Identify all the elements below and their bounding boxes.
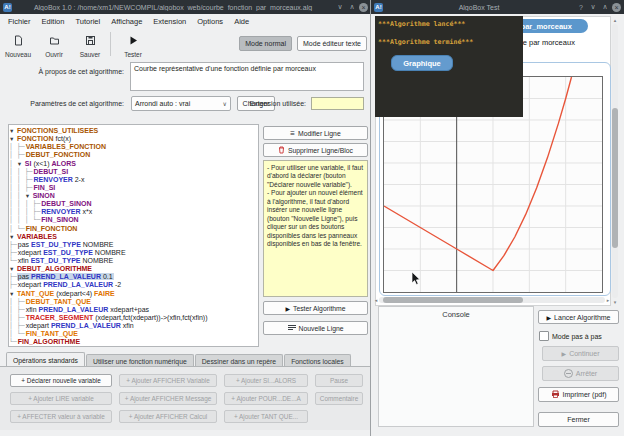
tree-row[interactable]: │ │ ├─FIN_SI — [9, 184, 258, 192]
step-mode-checkbox[interactable] — [539, 331, 549, 341]
scroll-down-icon[interactable]: ▾ — [611, 298, 619, 306]
menu-item-fichier[interactable]: Fichier — [8, 17, 31, 26]
tree-row[interactable]: │ ├─TRACER_SEGMENT (xdepart,fct(xdepart)… — [9, 314, 258, 322]
tree-row[interactable]: │ │ │ └─FIN_SINON — [9, 216, 258, 224]
algorithm-tree[interactable]: ▼ FONCTIONS_UTILISEES ▼ FONCTION fct(x) … — [8, 124, 259, 347]
tree-token: fct(x) — [54, 135, 72, 142]
action--affecter-valeur-variable[interactable]: + AFFECTER valeur à variable — [10, 410, 112, 423]
tree-token: PREND_LA_VALEUR — [31, 273, 101, 280]
imprimer-pdf-button[interactable]: Imprimer (pdf) — [538, 387, 619, 402]
tree-row[interactable]: │ ├─DEBUT_FONCTION — [9, 151, 258, 159]
action--d-clarer-nouvelle-variable[interactable]: + Déclarer nouvelle variable — [10, 374, 112, 387]
menu-item-extension[interactable]: Extension — [153, 17, 186, 26]
hscroll-thumb[interactable] — [383, 297, 523, 303]
main-titlebar[interactable]: A! AlgoBox 1.0 : /home/xm1/NEWCOMPIL/alg… — [0, 0, 371, 14]
tree-token: -2 — [113, 281, 121, 288]
close-icon[interactable]: × — [359, 3, 368, 12]
minimize-icon[interactable]: ∨ — [587, 3, 599, 11]
trash-icon — [278, 146, 285, 155]
action--ajouter-pour-de-a[interactable]: + Ajouter POUR...DE...A — [224, 392, 308, 405]
tree-expand-icon[interactable]: ▼ — [9, 234, 16, 240]
tree-token: PREND_LA_VALEUR — [39, 306, 109, 313]
tree-row-text: xfin EST_DU_TYPE NOMBRE — [17, 257, 114, 264]
tree-token: RENVOYER — [41, 208, 80, 215]
tree-row-text: VARIABLES_FONCTION — [25, 143, 107, 150]
tree-row[interactable]: │ │ ├─RENVOYER 2-x — [9, 176, 258, 184]
mode-normal-button[interactable]: Mode normal — [239, 36, 292, 51]
tree-token: FIN_FONCTION — [26, 225, 78, 232]
tester-algorithme-button[interactable]: ▶ Tester Algorithme — [263, 301, 368, 315]
tree-row[interactable]: │ ├─DEBUT_TANT_QUE — [9, 298, 258, 306]
scroll-up-icon[interactable]: ▴ — [611, 16, 619, 24]
action-commentaire[interactable]: Commentaire — [315, 392, 363, 405]
params-label: Paramètres de cet algorithme: — [2, 100, 124, 107]
minimize-icon[interactable]: ∨ — [334, 3, 346, 11]
action--ajouter-afficher-message[interactable]: + Ajouter AFFICHER Message — [119, 392, 217, 405]
tree-expand-icon[interactable]: ▼ — [9, 291, 16, 297]
action--ajouter-tant-que-[interactable]: + Ajouter TANT QUE... — [224, 410, 308, 423]
tree-row-text: xdepart PREND_LA_VALEUR xfin — [25, 322, 135, 329]
vscroll-thumb[interactable] — [612, 108, 618, 248]
menu-item-affichage[interactable]: Affichage — [111, 17, 142, 26]
action--ajouter-si-alors[interactable]: + Ajouter SI...ALORS — [224, 374, 308, 387]
play-icon: ▶ — [285, 305, 290, 312]
lancer-algorithme-button[interactable]: ▶ Lancer Algorithme — [538, 310, 619, 324]
about-textbox[interactable]: Courbe représentative d'une fonction déf… — [130, 62, 364, 91]
action--ajouter-lire-variable[interactable]: + Ajouter LIRE variable — [10, 392, 112, 405]
tree-row-text: DEBUT_ALGORITHME — [16, 265, 93, 272]
tree-row[interactable]: ├─xdepart EST_DU_TYPE NOMBRE — [9, 249, 258, 257]
tree-connector: │ ├─ — [9, 151, 25, 159]
action--ajouter-afficher-variable[interactable]: + Ajouter AFFICHER Variable — [119, 374, 217, 387]
tree-row[interactable]: │ │ ├─DEBUT_SI — [9, 168, 258, 176]
open-file-button[interactable]: Ouvrir — [36, 30, 72, 58]
tree-row[interactable]: ▼ TANT_QUE (xdepart<4) FAIRE — [9, 290, 258, 298]
tree-token: (xdepart,fct(xdepart))->(xfin,fct(xfin)) — [93, 314, 207, 321]
tree-expand-icon[interactable]: ▼ — [9, 136, 16, 142]
tree-expand-icon[interactable]: ▼ — [17, 161, 24, 167]
tree-expand-icon[interactable]: ▼ — [25, 193, 32, 199]
horizontal-scrollbar[interactable]: ◂ ▸ — [373, 296, 611, 304]
tree-row[interactable]: │ ├─xfin PREND_LA_VALEUR xdepart+pas — [9, 306, 258, 314]
tree-expand-icon[interactable]: ▼ — [9, 266, 16, 272]
tree-token: xdepart — [18, 249, 43, 256]
tree-row[interactable]: │ └─FIN_FONCTION — [9, 225, 258, 233]
maximize-icon[interactable]: ∧ — [599, 3, 611, 11]
nouvelle-ligne-button[interactable]: Nouvelle Ligne — [263, 321, 368, 335]
menu-item-tutoriel[interactable]: Tutoriel — [75, 17, 100, 26]
tree-expand-icon[interactable]: ▼ — [9, 128, 16, 134]
tree-row[interactable]: ▼ VARIABLES — [9, 233, 258, 241]
arreter-button[interactable]: Arrêter — [542, 366, 619, 381]
tree-row[interactable]: │ ├─xdepart PREND_LA_VALEUR xfin — [9, 322, 258, 330]
mode-editeur-texte-button[interactable]: Mode éditeur texte — [297, 36, 367, 51]
delete-line-button[interactable]: Supprimer Ligne/Bloc — [263, 143, 368, 157]
action-pause[interactable]: Pause — [315, 374, 363, 387]
close-icon[interactable]: × — [612, 3, 621, 12]
menu-item-options[interactable]: Options — [197, 17, 223, 26]
fermer-button[interactable]: Fermer — [538, 412, 619, 427]
extension-field[interactable] — [311, 97, 364, 110]
menu-item-edition[interactable]: Edition — [42, 17, 65, 26]
edit-line-icon: ≡ — [290, 129, 295, 138]
help-icon[interactable]: ? — [575, 4, 587, 11]
save-button[interactable]: Sauver — [72, 30, 108, 58]
step-mode-option[interactable]: Mode pas à pas — [539, 331, 602, 341]
new-file-button[interactable]: Nouveau — [0, 30, 36, 58]
modify-line-button[interactable]: ≡ Modifier Ligne — [263, 126, 368, 140]
tree-row[interactable]: └─xfin EST_DU_TYPE NOMBRE — [9, 257, 258, 265]
vertical-scrollbar[interactable]: ▴ ▾ — [611, 16, 619, 306]
menu-item-aide[interactable]: Aide — [234, 17, 249, 26]
tree-row[interactable]: ├─xdepart PREND_LA_VALEUR -2 — [9, 281, 258, 289]
tree-row[interactable]: │ ▼ SI (x<1) ALORS — [9, 160, 258, 168]
tree-row[interactable]: ▼ FONCTIONS_UTILISEES — [9, 127, 258, 135]
tester-button[interactable]: Tester — [115, 30, 151, 58]
new-line-icon — [288, 324, 296, 332]
continuer-button[interactable]: ▶ Continuer — [542, 346, 619, 361]
tree-token: xfin — [26, 306, 39, 313]
maximize-icon[interactable]: ∧ — [346, 3, 358, 11]
tree-row[interactable]: └─FIN_ALGORITHME — [9, 338, 258, 346]
action--ajouter-afficher-calcul[interactable]: + Ajouter AFFICHER Calcul — [119, 410, 217, 423]
tree-row[interactable]: ├─pas EST_DU_TYPE NOMBRE — [9, 241, 258, 249]
tree-token: NOMBRE — [80, 257, 113, 264]
test-titlebar[interactable]: A! AlgoBox Test ? ∨ ∧ × — [371, 0, 624, 14]
tree-row[interactable]: │ │ ▼ SINON — [9, 192, 258, 200]
